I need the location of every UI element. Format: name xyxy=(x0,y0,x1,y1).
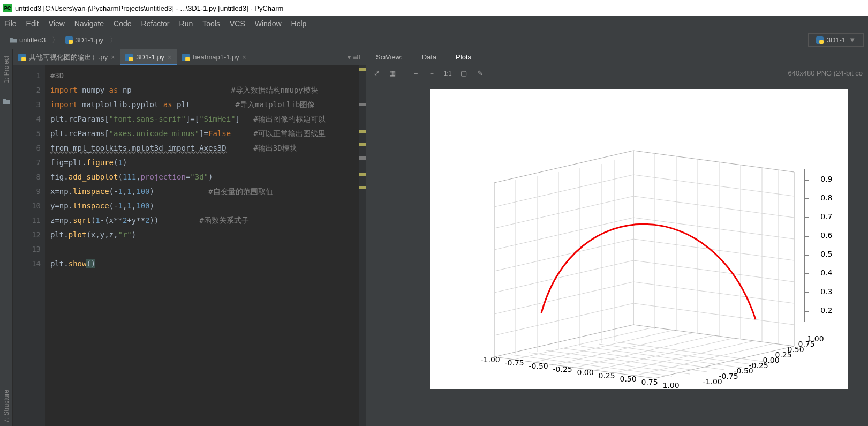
svg-rect-3 xyxy=(819,40,824,44)
chevron-right-icon: 〉 xyxy=(109,35,118,45)
svg-rect-1 xyxy=(69,40,73,44)
menu-help[interactable]: Help xyxy=(291,19,307,28)
z-tick: 0.7 xyxy=(820,212,832,221)
python-icon xyxy=(816,36,824,44)
plot-svg xyxy=(430,89,848,389)
sciview-toolbar: ⤢ ▦ ＋ － 1:1 ▢ ✎ 640x480 PNG (24-bit co xyxy=(366,65,868,81)
z-tick: 0.8 xyxy=(820,193,832,202)
tool-tab-project[interactable]: 1: Project xyxy=(2,53,11,86)
menu-refactor[interactable]: Refactor xyxy=(141,19,170,28)
z-tick: 0.3 xyxy=(820,287,832,296)
x-tick: 0.75 xyxy=(641,378,658,386)
svg-rect-5 xyxy=(21,57,26,61)
python-file-icon xyxy=(65,36,73,44)
tool-tab-structure[interactable]: 7: Structure xyxy=(2,386,11,426)
sciview-tab-data[interactable]: Data xyxy=(412,53,446,61)
menu-navigate[interactable]: Navigate xyxy=(74,19,104,28)
menu-edit[interactable]: Edit xyxy=(26,19,39,28)
menu-vcs[interactable]: VCS xyxy=(230,19,245,28)
menu-run[interactable]: Run xyxy=(179,19,193,28)
svg-rect-9 xyxy=(185,57,190,61)
breadcrumb-file[interactable]: 3D1-1.py xyxy=(60,35,109,45)
close-icon[interactable]: × xyxy=(111,54,115,61)
breadcrumb-label: 3D1-1.py xyxy=(75,36,103,44)
sciview-pane: SciView: Data Plots ⤢ ▦ ＋ － 1:1 ▢ ✎ 640x… xyxy=(366,49,868,426)
svg-rect-7 xyxy=(129,57,133,61)
left-tool-stripe: 1: Project 7: Structure xyxy=(0,49,13,426)
menu-window[interactable]: Window xyxy=(255,19,282,28)
y-tick: 1.00 xyxy=(807,334,824,343)
zoom-in-icon[interactable]: ＋ xyxy=(411,69,420,78)
x-tick: 0.00 xyxy=(577,368,594,377)
close-icon[interactable]: × xyxy=(168,54,171,61)
x-tick: 0.50 xyxy=(620,375,637,383)
python-file-icon xyxy=(125,54,133,61)
breadcrumb-project[interactable]: untitled3 xyxy=(4,35,51,45)
zoom-out-icon[interactable]: － xyxy=(427,69,436,78)
menu-tools[interactable]: Tools xyxy=(202,19,220,28)
chevron-down-icon: ▼ xyxy=(849,36,856,44)
editor-body[interactable]: 1234567891011121314 #3Dimport numpy as n… xyxy=(13,65,366,426)
editor-tab-label: heatmap1-1.py xyxy=(193,53,239,61)
x-tick: 0.25 xyxy=(599,371,615,380)
run-config-selector[interactable]: 3D1-1 ▼ xyxy=(808,33,864,47)
navigation-bar: untitled3 〉 3D1-1.py 〉 3D1-1 ▼ xyxy=(0,31,868,49)
breadcrumb-label: untitled3 xyxy=(19,36,46,44)
z-tick: 0.4 xyxy=(820,268,832,277)
main-menubar: File Edit View Navigate Code Refactor Ru… xyxy=(0,16,868,31)
python-file-icon xyxy=(18,54,26,61)
close-icon[interactable]: × xyxy=(243,54,246,61)
editor-tab-label: 其他可视化图的输出）.py xyxy=(29,53,108,62)
editor-tab[interactable]: 3D1-1.py × xyxy=(120,49,177,65)
image-info: 640x480 PNG (24-bit co xyxy=(788,69,863,77)
menu-file[interactable]: File xyxy=(4,19,17,28)
sciview-header: SciView: Data Plots xyxy=(366,49,868,65)
actual-size-icon[interactable]: 1:1 xyxy=(443,69,452,78)
menu-code[interactable]: Code xyxy=(114,19,131,28)
window-title: untitled3 [C:\Users\yan-j\PycharmProject… xyxy=(15,4,283,12)
save-icon[interactable]: ▢ xyxy=(459,69,469,78)
color-picker-icon[interactable]: ✎ xyxy=(475,69,485,78)
folder-icon xyxy=(10,36,17,44)
z-tick: 0.5 xyxy=(820,250,832,258)
line-number-gutter: 1234567891011121314 xyxy=(13,65,45,426)
python-file-icon xyxy=(182,54,190,61)
run-config-label: 3D1-1 xyxy=(827,36,846,44)
editor-tab[interactable]: heatmap1-1.py × xyxy=(177,49,252,65)
plot-viewport[interactable]: 0.9 0.8 0.7 0.6 0.5 0.4 0.3 0.2 -1.00 -0… xyxy=(366,81,868,426)
error-stripe[interactable] xyxy=(359,65,366,426)
sciview-title: SciView: xyxy=(366,53,412,61)
editor-pane: 其他可视化图的输出）.py × 3D1-1.py × heatmap1-1.py… xyxy=(13,49,366,426)
editor-tab-label: 3D1-1.py xyxy=(136,53,164,61)
sciview-tab-plots[interactable]: Plots xyxy=(446,53,481,61)
editor-tab[interactable]: 其他可视化图的输出）.py × xyxy=(13,49,120,65)
plot-canvas: 0.9 0.8 0.7 0.6 0.5 0.4 0.3 0.2 -1.00 -0… xyxy=(430,89,848,389)
code-area[interactable]: #3Dimport numpy as np #导入数据结构nmupy模块impo… xyxy=(45,65,359,426)
menu-view[interactable]: View xyxy=(49,19,65,28)
chevron-right-icon: 〉 xyxy=(51,35,60,45)
editor-tab-bar: 其他可视化图的输出）.py × 3D1-1.py × heatmap1-1.py… xyxy=(13,49,366,65)
folder-icon xyxy=(2,97,11,106)
x-tick: -1.00 xyxy=(481,355,500,364)
pycharm-icon: PC xyxy=(3,4,12,12)
window-titlebar: PC untitled3 [C:\Users\yan-j\PycharmProj… xyxy=(0,0,868,16)
editor-softwrap-indicator[interactable]: ▾≡8 xyxy=(342,49,366,65)
z-tick: 0.9 xyxy=(820,175,832,183)
z-tick: 0.6 xyxy=(820,231,832,240)
grid-icon[interactable]: ▦ xyxy=(388,69,397,78)
x-tick: -0.75 xyxy=(505,358,524,367)
fit-zoom-icon[interactable]: ⤢ xyxy=(372,69,381,78)
x-tick: -0.50 xyxy=(529,362,548,370)
z-tick: 0.2 xyxy=(820,306,832,315)
x-tick: 1.00 xyxy=(663,381,680,390)
x-tick: -0.25 xyxy=(553,365,572,373)
